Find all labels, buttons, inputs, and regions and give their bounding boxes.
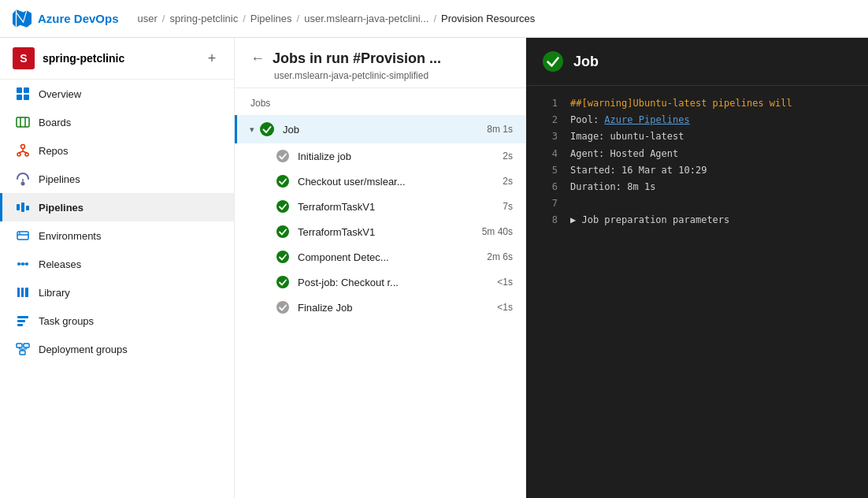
library-icon [15, 284, 31, 300]
svg-rect-27 [21, 288, 24, 297]
project-icon: S [13, 47, 35, 69]
log-linenum-4: 4 [539, 147, 558, 162]
svg-point-47 [276, 301, 289, 314]
step-duration-postjob: <1s [497, 277, 513, 288]
sidebar-item-environments[interactable]: Environments [0, 221, 234, 250]
svg-point-23 [25, 262, 28, 266]
step-duration-component: 2m 6s [487, 251, 513, 262]
svg-rect-34 [20, 351, 25, 355]
svg-point-9 [25, 153, 28, 156]
svg-point-48 [543, 51, 563, 72]
jobs-header: ← Jobs in run #Provision ... user.mslear… [235, 38, 525, 88]
log-line-8: 8 ▶ Job preparation parameters [526, 212, 868, 229]
azure-pipelines-link[interactable]: Azure Pipelines [604, 114, 689, 125]
job-duration: 8m 1s [487, 124, 513, 135]
step-row-component[interactable]: Component Detec... 2m 6s [235, 244, 525, 269]
svg-rect-26 [17, 288, 20, 297]
deployment-groups-icon [15, 341, 31, 357]
svg-rect-1 [24, 87, 29, 93]
bc-1[interactable]: spring-petclinic [169, 13, 238, 24]
log-linenum-7: 7 [539, 196, 558, 211]
step-duration-checkout: 2s [503, 176, 513, 187]
svg-rect-31 [17, 324, 23, 326]
svg-rect-0 [17, 87, 22, 93]
svg-point-46 [276, 276, 289, 288]
svg-point-20 [19, 232, 20, 234]
step-row-initialize[interactable]: Initialize job 2s [235, 143, 525, 169]
log-content-8[interactable]: ▶ Job preparation parameters [570, 213, 729, 228]
releases-label: Releases [39, 258, 81, 270]
project-name: spring-petclinic [43, 52, 124, 65]
job-expand-icon: ▾ [250, 124, 254, 135]
sidebar-item-repos[interactable]: Repos [0, 136, 234, 165]
log-content-1: ##[warning]Ubuntu-latest pipelines will [570, 96, 792, 111]
step-duration-finalize: <1s [497, 302, 513, 313]
log-line-3: 3 Image: ubuntu-latest [526, 128, 868, 145]
pipelines-parent-icon [15, 171, 31, 187]
jobs-title-row: ← Jobs in run #Provision ... [250, 50, 510, 67]
sidebar-item-releases[interactable]: Releases [0, 250, 234, 278]
log-linenum-3: 3 [539, 129, 558, 144]
job-row-main[interactable]: ▾ Job 8m 1s [235, 115, 525, 143]
step-row-terraform1[interactable]: TerraformTaskV1 7s [235, 194, 525, 219]
log-line-5: 5 Started: 16 Mar at 10:29 [526, 162, 868, 179]
deployment-groups-label: Deployment groups [39, 344, 128, 355]
step-duration-terraform2: 5m 40s [482, 226, 513, 237]
bc-0[interactable]: user [138, 13, 158, 24]
svg-point-13 [21, 182, 25, 186]
step-green-icon-component [276, 250, 290, 264]
back-button[interactable]: ← [250, 50, 265, 67]
step-name-component: Component Detec... [298, 251, 487, 263]
step-row-checkout[interactable]: Checkout user/mslear... 2s [235, 169, 525, 194]
step-name-finalize: Finalize Job [298, 302, 497, 314]
sidebar-item-task-groups[interactable]: Task groups [0, 307, 234, 335]
svg-rect-33 [24, 344, 29, 347]
jobs-panel: ← Jobs in run #Provision ... user.mslear… [235, 38, 526, 498]
log-linenum-8: 8 [539, 213, 558, 228]
svg-rect-17 [26, 206, 29, 210]
bc-sep-1: / [243, 13, 246, 24]
sidebar-item-pipelines-parent[interactable]: Pipelines [0, 165, 234, 193]
boards-icon [15, 114, 31, 130]
log-line-2: 2 Pool: Azure Pipelines [526, 112, 868, 128]
logo[interactable]: Azure DevOps [13, 9, 119, 28]
log-line-1: 1 ##[warning]Ubuntu-latest pipelines wil… [526, 95, 868, 112]
log-linenum-2: 2 [539, 113, 558, 128]
log-body: 1 ##[warning]Ubuntu-latest pipelines wil… [526, 86, 868, 498]
sidebar-item-boards[interactable]: Boards [0, 108, 234, 136]
svg-point-41 [276, 150, 289, 162]
bc-2[interactable]: Pipelines [250, 13, 292, 24]
step-row-postjob[interactable]: Post-job: Checkout r... <1s [235, 269, 525, 295]
sidebar-item-pipelines[interactable]: Pipelines [0, 193, 234, 221]
pipelines-parent-label: Pipelines [39, 173, 80, 185]
job-success-icon [259, 121, 275, 137]
svg-point-7 [21, 145, 25, 149]
step-row-terraform2[interactable]: TerraformTaskV1 5m 40s [235, 219, 525, 244]
task-groups-icon [15, 313, 31, 329]
log-line-4: 4 Agent: Hosted Agent [526, 146, 868, 162]
log-job-success-icon [542, 50, 564, 72]
content-area: ← Jobs in run #Provision ... user.mslear… [235, 38, 868, 498]
library-label: Library [39, 287, 70, 299]
pipelines-label: Pipelines [39, 202, 83, 214]
bc-sep-2: / [297, 13, 300, 24]
sidebar-item-deployment-groups[interactable]: Deployment groups [0, 335, 234, 363]
step-green-icon-terraform2 [276, 225, 290, 239]
boards-label: Boards [39, 117, 71, 128]
step-row-finalize[interactable]: Finalize Job <1s [235, 295, 525, 320]
add-project-button[interactable]: + [202, 49, 221, 68]
svg-point-42 [276, 175, 289, 188]
step-duration-terraform1: 7s [503, 201, 513, 212]
bc-4: Provision Resources [441, 13, 535, 24]
bc-3[interactable]: user.mslearn-java-petclini... [304, 13, 428, 24]
main-body: S spring-petclinic + Overview [0, 38, 868, 498]
sidebar-item-library[interactable]: Library [0, 278, 234, 307]
svg-point-45 [276, 251, 289, 263]
svg-point-40 [260, 122, 274, 136]
jobs-subtitle: user.mslearn-java-petclinic-simplified [250, 70, 510, 81]
job-name: Job [283, 124, 487, 136]
bc-sep-0: / [162, 13, 165, 24]
step-gray-icon-initialize [276, 149, 290, 163]
sidebar-item-overview[interactable]: Overview [0, 80, 234, 108]
svg-point-43 [276, 200, 289, 213]
